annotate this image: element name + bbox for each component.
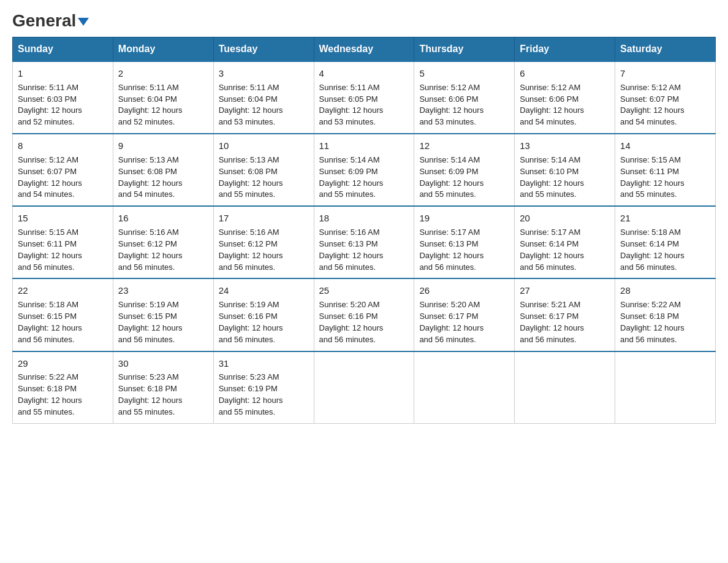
day-number: 30	[118, 357, 208, 370]
calendar-cell: 11Sunrise: 5:14 AMSunset: 6:09 PMDayligh…	[314, 134, 414, 206]
day-info: Sunrise: 5:20 AMSunset: 6:17 PMDaylight:…	[419, 300, 483, 344]
day-number: 26	[419, 284, 509, 297]
calendar-cell: 25Sunrise: 5:20 AMSunset: 6:16 PMDayligh…	[314, 278, 414, 351]
day-info: Sunrise: 5:15 AMSunset: 6:11 PMDaylight:…	[620, 155, 684, 199]
calendar-cell: 2Sunrise: 5:11 AMSunset: 6:04 PMDaylight…	[113, 61, 213, 134]
day-number: 12	[419, 139, 509, 153]
day-number: 16	[118, 212, 208, 225]
day-info: Sunrise: 5:15 AMSunset: 6:11 PMDaylight:…	[18, 228, 82, 272]
day-number: 20	[520, 212, 610, 225]
calendar-cell: 8Sunrise: 5:12 AMSunset: 6:07 PMDaylight…	[13, 134, 113, 206]
calendar-cell: 15Sunrise: 5:15 AMSunset: 6:11 PMDayligh…	[13, 206, 113, 278]
day-info: Sunrise: 5:12 AMSunset: 6:06 PMDaylight:…	[520, 83, 584, 127]
calendar-cell: 4Sunrise: 5:11 AMSunset: 6:05 PMDaylight…	[314, 61, 414, 134]
day-number: 14	[620, 139, 710, 153]
day-number: 29	[18, 357, 108, 370]
calendar-cell: 26Sunrise: 5:20 AMSunset: 6:17 PMDayligh…	[414, 278, 515, 351]
day-info: Sunrise: 5:11 AMSunset: 6:04 PMDaylight:…	[118, 83, 183, 127]
day-header-friday: Friday	[515, 37, 615, 62]
day-info: Sunrise: 5:11 AMSunset: 6:03 PMDaylight:…	[18, 83, 82, 127]
day-number: 2	[118, 67, 208, 80]
calendar-cell: 28Sunrise: 5:22 AMSunset: 6:18 PMDayligh…	[615, 278, 716, 351]
calendar-week-row: 22Sunrise: 5:18 AMSunset: 6:15 PMDayligh…	[13, 278, 716, 351]
calendar-header-row: SundayMondayTuesdayWednesdayThursdayFrid…	[13, 37, 716, 62]
calendar-cell: 31Sunrise: 5:23 AMSunset: 6:19 PMDayligh…	[213, 351, 314, 424]
day-info: Sunrise: 5:23 AMSunset: 6:18 PMDaylight:…	[118, 372, 183, 416]
day-number: 18	[319, 212, 409, 225]
calendar-cell: 7Sunrise: 5:12 AMSunset: 6:07 PMDaylight…	[615, 61, 716, 134]
day-info: Sunrise: 5:22 AMSunset: 6:18 PMDaylight:…	[18, 372, 82, 416]
calendar-cell: 27Sunrise: 5:21 AMSunset: 6:17 PMDayligh…	[515, 278, 615, 351]
day-info: Sunrise: 5:14 AMSunset: 6:10 PMDaylight:…	[520, 155, 584, 199]
day-number: 28	[620, 284, 710, 297]
calendar-cell	[414, 351, 515, 424]
day-number: 21	[620, 212, 710, 225]
calendar-week-row: 1Sunrise: 5:11 AMSunset: 6:03 PMDaylight…	[13, 61, 716, 134]
calendar-cell: 30Sunrise: 5:23 AMSunset: 6:18 PMDayligh…	[113, 351, 213, 424]
day-number: 19	[419, 212, 509, 225]
calendar-cell: 10Sunrise: 5:13 AMSunset: 6:08 PMDayligh…	[213, 134, 314, 206]
day-info: Sunrise: 5:18 AMSunset: 6:15 PMDaylight:…	[18, 300, 82, 344]
day-number: 27	[520, 284, 610, 297]
calendar-week-row: 15Sunrise: 5:15 AMSunset: 6:11 PMDayligh…	[13, 206, 716, 278]
day-info: Sunrise: 5:14 AMSunset: 6:09 PMDaylight:…	[419, 155, 483, 199]
day-info: Sunrise: 5:13 AMSunset: 6:08 PMDaylight:…	[219, 155, 283, 199]
day-number: 25	[319, 284, 409, 297]
calendar-cell	[515, 351, 615, 424]
day-info: Sunrise: 5:19 AMSunset: 6:15 PMDaylight:…	[118, 300, 183, 344]
day-number: 23	[118, 284, 208, 297]
day-number: 10	[219, 139, 309, 153]
day-info: Sunrise: 5:13 AMSunset: 6:08 PMDaylight:…	[118, 155, 183, 199]
calendar-cell: 6Sunrise: 5:12 AMSunset: 6:06 PMDaylight…	[515, 61, 615, 134]
logo: General	[12, 12, 89, 27]
logo-text-general: General	[12, 12, 76, 29]
day-info: Sunrise: 5:12 AMSunset: 6:06 PMDaylight:…	[419, 83, 483, 127]
day-number: 15	[18, 212, 108, 225]
calendar-table: SundayMondayTuesdayWednesdayThursdayFrid…	[12, 37, 716, 424]
day-info: Sunrise: 5:16 AMSunset: 6:13 PMDaylight:…	[319, 228, 384, 272]
calendar-cell: 5Sunrise: 5:12 AMSunset: 6:06 PMDaylight…	[414, 61, 515, 134]
day-info: Sunrise: 5:20 AMSunset: 6:16 PMDaylight:…	[319, 300, 384, 344]
day-info: Sunrise: 5:14 AMSunset: 6:09 PMDaylight:…	[319, 155, 384, 199]
calendar-cell: 12Sunrise: 5:14 AMSunset: 6:09 PMDayligh…	[414, 134, 515, 206]
day-number: 31	[219, 357, 309, 370]
page-header: General	[12, 12, 716, 27]
day-number: 5	[419, 67, 509, 80]
calendar-cell: 23Sunrise: 5:19 AMSunset: 6:15 PMDayligh…	[113, 278, 213, 351]
calendar-cell: 21Sunrise: 5:18 AMSunset: 6:14 PMDayligh…	[615, 206, 716, 278]
calendar-cell: 18Sunrise: 5:16 AMSunset: 6:13 PMDayligh…	[314, 206, 414, 278]
day-info: Sunrise: 5:16 AMSunset: 6:12 PMDaylight:…	[219, 228, 283, 272]
calendar-cell: 13Sunrise: 5:14 AMSunset: 6:10 PMDayligh…	[515, 134, 615, 206]
day-number: 3	[219, 67, 309, 80]
day-header-sunday: Sunday	[13, 37, 113, 62]
calendar-week-row: 29Sunrise: 5:22 AMSunset: 6:18 PMDayligh…	[13, 351, 716, 424]
day-header-monday: Monday	[113, 37, 213, 62]
day-info: Sunrise: 5:22 AMSunset: 6:18 PMDaylight:…	[620, 300, 684, 344]
day-info: Sunrise: 5:17 AMSunset: 6:14 PMDaylight:…	[520, 228, 584, 272]
day-number: 7	[620, 67, 710, 80]
day-number: 9	[118, 139, 208, 153]
day-number: 11	[319, 139, 409, 153]
calendar-cell: 16Sunrise: 5:16 AMSunset: 6:12 PMDayligh…	[113, 206, 213, 278]
day-info: Sunrise: 5:23 AMSunset: 6:19 PMDaylight:…	[219, 372, 283, 416]
day-info: Sunrise: 5:18 AMSunset: 6:14 PMDaylight:…	[620, 228, 684, 272]
day-number: 1	[18, 67, 108, 80]
day-info: Sunrise: 5:11 AMSunset: 6:04 PMDaylight:…	[219, 83, 283, 127]
day-header-tuesday: Tuesday	[213, 37, 314, 62]
day-number: 17	[219, 212, 309, 225]
day-number: 22	[18, 284, 108, 297]
calendar-cell	[314, 351, 414, 424]
day-header-thursday: Thursday	[414, 37, 515, 62]
day-info: Sunrise: 5:17 AMSunset: 6:13 PMDaylight:…	[419, 228, 483, 272]
calendar-cell: 17Sunrise: 5:16 AMSunset: 6:12 PMDayligh…	[213, 206, 314, 278]
calendar-cell: 20Sunrise: 5:17 AMSunset: 6:14 PMDayligh…	[515, 206, 615, 278]
calendar-cell: 14Sunrise: 5:15 AMSunset: 6:11 PMDayligh…	[615, 134, 716, 206]
day-number: 13	[520, 139, 610, 153]
day-number: 24	[219, 284, 309, 297]
day-info: Sunrise: 5:12 AMSunset: 6:07 PMDaylight:…	[18, 155, 82, 199]
calendar-week-row: 8Sunrise: 5:12 AMSunset: 6:07 PMDaylight…	[13, 134, 716, 206]
calendar-cell: 3Sunrise: 5:11 AMSunset: 6:04 PMDaylight…	[213, 61, 314, 134]
calendar-cell: 22Sunrise: 5:18 AMSunset: 6:15 PMDayligh…	[13, 278, 113, 351]
calendar-cell: 1Sunrise: 5:11 AMSunset: 6:03 PMDaylight…	[13, 61, 113, 134]
day-header-saturday: Saturday	[615, 37, 716, 62]
